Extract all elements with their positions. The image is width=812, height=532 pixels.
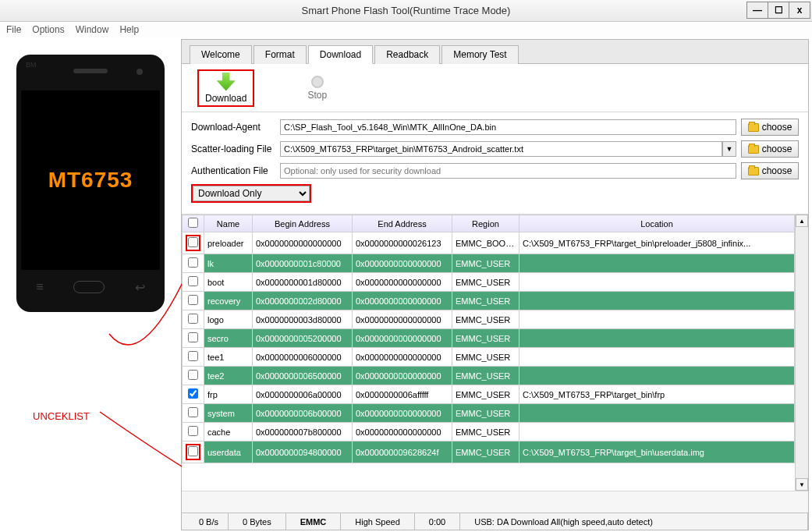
table-scrollbar[interactable]: ▲ ▼ [795, 215, 808, 491]
scatter-dropdown[interactable]: ▼ [722, 141, 736, 157]
cell-region: EMMC_BOOT_1 [452, 232, 519, 254]
header-checkbox[interactable] [188, 218, 198, 228]
table-row[interactable]: tee20x00000000065000000x0000000000000000… [183, 367, 795, 385]
row-checkbox[interactable] [188, 370, 198, 380]
row-checkbox[interactable] [188, 276, 198, 286]
table-row[interactable]: frp0x0000000006a000000x0000000006afffffE… [183, 385, 795, 404]
tab-format[interactable]: Format [254, 45, 307, 64]
table-row[interactable]: preloader0x00000000000000000x00000000000… [183, 232, 795, 254]
th-region[interactable]: Region [452, 215, 519, 232]
scroll-up-icon[interactable]: ▲ [796, 215, 808, 227]
cell-location [519, 423, 795, 442]
annotation-unchecklist: UNCEKLIST [33, 410, 90, 422]
table-row[interactable]: secro0x00000000052000000x000000000000000… [183, 329, 795, 348]
row-checkbox[interactable] [188, 407, 198, 417]
menu-help[interactable]: Help [119, 24, 139, 35]
folder-icon [748, 167, 759, 176]
cell-name: boot [204, 273, 253, 292]
cell-location [519, 292, 795, 310]
download-button[interactable]: Download [197, 69, 254, 107]
cell-end: 0x0000000000000000 [353, 310, 452, 329]
cell-end: 0x0000000000000000 [353, 423, 452, 442]
main-panel: Welcome Format Download Readback Memory … [181, 39, 809, 530]
cell-begin: 0x0000000001c80000 [253, 254, 353, 273]
cell-name: frp [204, 385, 253, 404]
table-row[interactable]: tee10x00000000060000000x0000000000000000… [183, 348, 795, 367]
row-checkbox[interactable] [188, 388, 198, 399]
da-input[interactable] [280, 119, 736, 135]
cell-end: 0x0000000000000000 [353, 254, 452, 273]
row-checkbox[interactable] [188, 332, 198, 342]
minimize-button[interactable]: — [746, 2, 768, 19]
cell-end: 0x0000000000000000 [353, 329, 452, 348]
table-row[interactable]: boot0x0000000001d800000x0000000000000000… [183, 273, 795, 292]
table-row[interactable]: system0x0000000006b000000x00000000000000… [183, 404, 795, 423]
phone-mock: BM MT6753 ≡ ↩ [16, 55, 165, 312]
status-time: 0:00 [415, 513, 460, 530]
download-mode-select[interactable]: Download Only [193, 186, 310, 201]
row-checkbox[interactable] [188, 295, 198, 305]
maximize-button[interactable]: ☐ [768, 2, 789, 19]
table-row[interactable]: cache0x000000007b8000000x000000000000000… [183, 423, 795, 442]
titlebar: Smart Phone Flash Tool(Runtime Trace Mod… [0, 0, 812, 22]
auth-choose-button[interactable]: choose [741, 162, 799, 179]
th-begin[interactable]: Begin Address [253, 215, 353, 232]
stop-button[interactable]: Stop [301, 74, 333, 102]
cell-name: tee2 [204, 367, 253, 385]
cell-name: preloader [204, 232, 253, 254]
cell-region: EMMC_USER [452, 404, 519, 423]
row-checkbox[interactable] [188, 314, 198, 324]
partition-table: Name Begin Address End Address Region Lo… [182, 215, 808, 491]
menu-icon: ≡ [36, 280, 43, 294]
cell-region: EMMC_USER [452, 442, 519, 463]
scroll-down-icon[interactable]: ▼ [796, 478, 808, 491]
status-usb: USB: DA Download All(high speed,auto det… [460, 513, 808, 530]
close-button[interactable]: x [789, 2, 810, 19]
row-checkbox[interactable] [188, 446, 198, 456]
cell-region: EMMC_USER [452, 348, 519, 367]
menu-options[interactable]: Options [32, 24, 64, 35]
cell-name: tee1 [204, 348, 253, 367]
row-checkbox[interactable] [188, 351, 198, 361]
cell-location [519, 273, 795, 292]
scatter-choose-button[interactable]: choose [741, 140, 799, 158]
window-controls: — ☐ x [746, 2, 810, 19]
row-checkbox[interactable] [188, 257, 198, 268]
th-name[interactable]: Name [204, 215, 253, 232]
menu-file[interactable]: File [6, 24, 21, 35]
table-row[interactable]: userdata0x00000000948000000x000000009628… [183, 442, 795, 463]
cell-begin: 0x0000000003d80000 [253, 310, 353, 329]
row-checkbox[interactable] [188, 237, 198, 247]
cell-name: userdata [204, 442, 253, 463]
cell-location [519, 329, 795, 348]
download-label: Download [205, 93, 246, 104]
cell-end: 0x0000000000000000 [353, 348, 452, 367]
menu-window[interactable]: Window [76, 24, 109, 35]
cell-begin: 0x000000007b800000 [253, 423, 353, 442]
phone-navbar: ≡ ↩ [21, 270, 160, 304]
left-panel: BM MT6753 ≡ ↩ UNCEKLIST [0, 37, 181, 532]
th-end[interactable]: End Address [353, 215, 452, 232]
download-icon [217, 73, 236, 91]
table-row[interactable]: lk0x0000000001c800000x0000000000000000EM… [183, 254, 795, 273]
row-checkbox[interactable] [188, 426, 198, 436]
cell-begin: 0x0000000006b00000 [253, 404, 353, 423]
table-row[interactable]: logo0x0000000003d800000x0000000000000000… [183, 310, 795, 329]
auth-input[interactable] [280, 163, 736, 179]
phone-chip-label: MT6753 [48, 168, 133, 193]
th-location[interactable]: Location [519, 215, 795, 232]
stop-label: Stop [307, 90, 327, 101]
tab-readback[interactable]: Readback [374, 45, 440, 64]
tab-download[interactable]: Download [308, 45, 373, 64]
cell-name: secro [204, 329, 253, 348]
da-choose-button[interactable]: choose [741, 119, 799, 136]
scatter-input[interactable] [280, 141, 722, 157]
file-section: Download-Agent choose Scatter-loading Fi… [182, 112, 808, 215]
table-row[interactable]: recovery0x0000000002d800000x000000000000… [183, 292, 795, 310]
tab-memtest[interactable]: Memory Test [441, 45, 518, 64]
cell-end: 0x0000000000000000 [353, 292, 452, 310]
cell-begin: 0x0000000006000000 [253, 348, 353, 367]
tab-welcome[interactable]: Welcome [190, 45, 252, 64]
cell-name: recovery [204, 292, 253, 310]
cell-begin: 0x0000000002d80000 [253, 292, 353, 310]
